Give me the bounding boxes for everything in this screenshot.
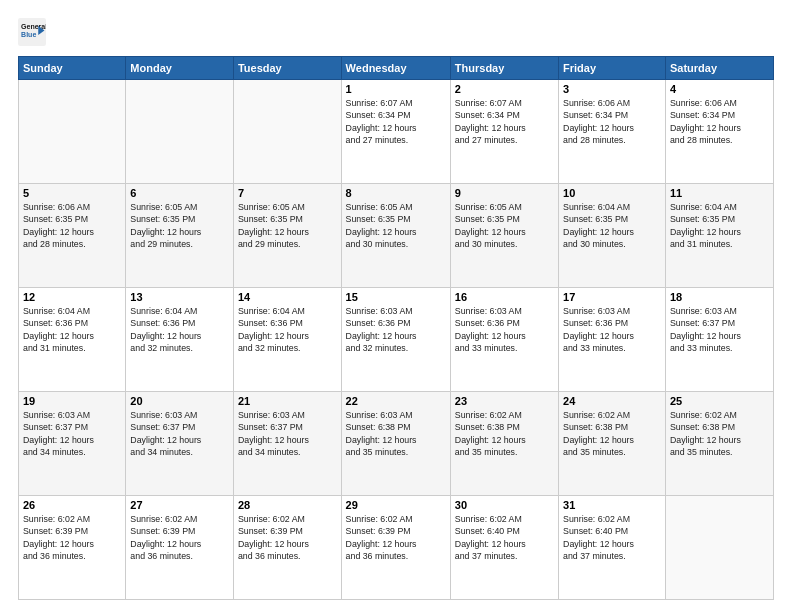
calendar-cell: 13Sunrise: 6:04 AM Sunset: 6:36 PM Dayli… [126,288,234,392]
svg-text:Blue: Blue [21,31,36,38]
day-number: 12 [23,291,121,303]
calendar-cell: 19Sunrise: 6:03 AM Sunset: 6:37 PM Dayli… [19,392,126,496]
weekday-header-saturday: Saturday [665,57,773,80]
day-number: 4 [670,83,769,95]
calendar-cell: 4Sunrise: 6:06 AM Sunset: 6:34 PM Daylig… [665,80,773,184]
day-info: Sunrise: 6:02 AM Sunset: 6:38 PM Dayligh… [670,409,769,458]
day-number: 11 [670,187,769,199]
day-number: 2 [455,83,554,95]
day-info: Sunrise: 6:02 AM Sunset: 6:40 PM Dayligh… [455,513,554,562]
day-number: 29 [346,499,446,511]
calendar-cell: 26Sunrise: 6:02 AM Sunset: 6:39 PM Dayli… [19,496,126,600]
day-number: 9 [455,187,554,199]
day-info: Sunrise: 6:04 AM Sunset: 6:35 PM Dayligh… [563,201,661,250]
logo: General Blue [18,18,50,46]
day-number: 10 [563,187,661,199]
day-info: Sunrise: 6:04 AM Sunset: 6:36 PM Dayligh… [23,305,121,354]
calendar-cell: 20Sunrise: 6:03 AM Sunset: 6:37 PM Dayli… [126,392,234,496]
calendar-cell: 9Sunrise: 6:05 AM Sunset: 6:35 PM Daylig… [450,184,558,288]
calendar-cell: 10Sunrise: 6:04 AM Sunset: 6:35 PM Dayli… [559,184,666,288]
day-number: 24 [563,395,661,407]
calendar-cell [233,80,341,184]
day-number: 17 [563,291,661,303]
calendar-cell: 30Sunrise: 6:02 AM Sunset: 6:40 PM Dayli… [450,496,558,600]
calendar-cell: 16Sunrise: 6:03 AM Sunset: 6:36 PM Dayli… [450,288,558,392]
day-number: 5 [23,187,121,199]
day-info: Sunrise: 6:05 AM Sunset: 6:35 PM Dayligh… [455,201,554,250]
day-info: Sunrise: 6:03 AM Sunset: 6:38 PM Dayligh… [346,409,446,458]
day-info: Sunrise: 6:02 AM Sunset: 6:39 PM Dayligh… [23,513,121,562]
calendar-cell: 8Sunrise: 6:05 AM Sunset: 6:35 PM Daylig… [341,184,450,288]
calendar-cell: 11Sunrise: 6:04 AM Sunset: 6:35 PM Dayli… [665,184,773,288]
day-info: Sunrise: 6:05 AM Sunset: 6:35 PM Dayligh… [238,201,337,250]
day-info: Sunrise: 6:02 AM Sunset: 6:38 PM Dayligh… [563,409,661,458]
day-info: Sunrise: 6:02 AM Sunset: 6:40 PM Dayligh… [563,513,661,562]
day-number: 18 [670,291,769,303]
calendar-cell [665,496,773,600]
calendar-cell: 22Sunrise: 6:03 AM Sunset: 6:38 PM Dayli… [341,392,450,496]
calendar-week-row: 5Sunrise: 6:06 AM Sunset: 6:35 PM Daylig… [19,184,774,288]
calendar-cell: 18Sunrise: 6:03 AM Sunset: 6:37 PM Dayli… [665,288,773,392]
day-number: 25 [670,395,769,407]
day-number: 14 [238,291,337,303]
day-number: 30 [455,499,554,511]
day-info: Sunrise: 6:04 AM Sunset: 6:35 PM Dayligh… [670,201,769,250]
day-info: Sunrise: 6:03 AM Sunset: 6:36 PM Dayligh… [455,305,554,354]
calendar-cell: 17Sunrise: 6:03 AM Sunset: 6:36 PM Dayli… [559,288,666,392]
day-number: 6 [130,187,229,199]
calendar-cell: 21Sunrise: 6:03 AM Sunset: 6:37 PM Dayli… [233,392,341,496]
calendar-cell: 12Sunrise: 6:04 AM Sunset: 6:36 PM Dayli… [19,288,126,392]
day-info: Sunrise: 6:02 AM Sunset: 6:39 PM Dayligh… [346,513,446,562]
calendar-cell: 15Sunrise: 6:03 AM Sunset: 6:36 PM Dayli… [341,288,450,392]
day-info: Sunrise: 6:02 AM Sunset: 6:38 PM Dayligh… [455,409,554,458]
logo-icon: General Blue [18,18,46,46]
calendar-week-row: 19Sunrise: 6:03 AM Sunset: 6:37 PM Dayli… [19,392,774,496]
day-info: Sunrise: 6:05 AM Sunset: 6:35 PM Dayligh… [130,201,229,250]
day-number: 31 [563,499,661,511]
day-info: Sunrise: 6:03 AM Sunset: 6:36 PM Dayligh… [346,305,446,354]
calendar-cell: 6Sunrise: 6:05 AM Sunset: 6:35 PM Daylig… [126,184,234,288]
day-info: Sunrise: 6:07 AM Sunset: 6:34 PM Dayligh… [346,97,446,146]
header: General Blue [18,18,774,46]
calendar-cell: 28Sunrise: 6:02 AM Sunset: 6:39 PM Dayli… [233,496,341,600]
day-number: 27 [130,499,229,511]
day-info: Sunrise: 6:03 AM Sunset: 6:37 PM Dayligh… [23,409,121,458]
day-info: Sunrise: 6:03 AM Sunset: 6:36 PM Dayligh… [563,305,661,354]
calendar-week-row: 12Sunrise: 6:04 AM Sunset: 6:36 PM Dayli… [19,288,774,392]
day-info: Sunrise: 6:06 AM Sunset: 6:35 PM Dayligh… [23,201,121,250]
calendar-cell: 7Sunrise: 6:05 AM Sunset: 6:35 PM Daylig… [233,184,341,288]
day-number: 3 [563,83,661,95]
day-number: 19 [23,395,121,407]
calendar-table: SundayMondayTuesdayWednesdayThursdayFrid… [18,56,774,600]
calendar-cell [126,80,234,184]
weekday-header-sunday: Sunday [19,57,126,80]
day-info: Sunrise: 6:03 AM Sunset: 6:37 PM Dayligh… [670,305,769,354]
day-info: Sunrise: 6:05 AM Sunset: 6:35 PM Dayligh… [346,201,446,250]
calendar-cell [19,80,126,184]
weekday-header-thursday: Thursday [450,57,558,80]
weekday-header-monday: Monday [126,57,234,80]
calendar-cell: 2Sunrise: 6:07 AM Sunset: 6:34 PM Daylig… [450,80,558,184]
day-number: 22 [346,395,446,407]
calendar-cell: 23Sunrise: 6:02 AM Sunset: 6:38 PM Dayli… [450,392,558,496]
page: General Blue SundayMondayTuesdayWednesda… [0,0,792,612]
day-number: 8 [346,187,446,199]
day-number: 28 [238,499,337,511]
calendar-cell: 31Sunrise: 6:02 AM Sunset: 6:40 PM Dayli… [559,496,666,600]
weekday-header-friday: Friday [559,57,666,80]
calendar-cell: 14Sunrise: 6:04 AM Sunset: 6:36 PM Dayli… [233,288,341,392]
day-number: 26 [23,499,121,511]
day-info: Sunrise: 6:03 AM Sunset: 6:37 PM Dayligh… [130,409,229,458]
calendar-cell: 1Sunrise: 6:07 AM Sunset: 6:34 PM Daylig… [341,80,450,184]
day-number: 23 [455,395,554,407]
calendar-week-row: 1Sunrise: 6:07 AM Sunset: 6:34 PM Daylig… [19,80,774,184]
day-number: 21 [238,395,337,407]
day-info: Sunrise: 6:06 AM Sunset: 6:34 PM Dayligh… [670,97,769,146]
day-info: Sunrise: 6:07 AM Sunset: 6:34 PM Dayligh… [455,97,554,146]
day-number: 13 [130,291,229,303]
day-number: 7 [238,187,337,199]
day-info: Sunrise: 6:02 AM Sunset: 6:39 PM Dayligh… [238,513,337,562]
day-info: Sunrise: 6:04 AM Sunset: 6:36 PM Dayligh… [238,305,337,354]
calendar-cell: 27Sunrise: 6:02 AM Sunset: 6:39 PM Dayli… [126,496,234,600]
day-info: Sunrise: 6:06 AM Sunset: 6:34 PM Dayligh… [563,97,661,146]
